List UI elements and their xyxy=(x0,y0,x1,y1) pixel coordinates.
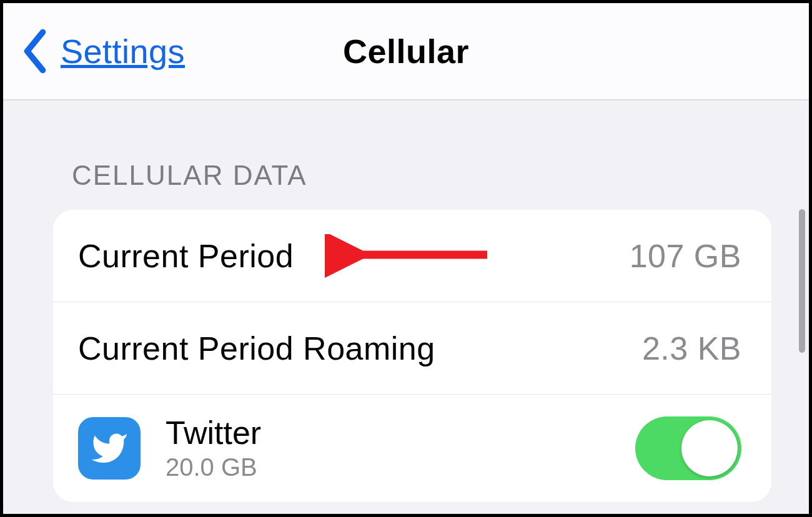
scrollbar-indicator xyxy=(799,209,805,353)
cellular-data-card: Current Period 107 GB Current Period Roa… xyxy=(53,210,771,502)
roaming-value: 2.3 KB xyxy=(642,330,741,367)
toggle-knob xyxy=(681,420,738,476)
twitter-app-name: Twitter xyxy=(166,415,635,451)
row-app-twitter[interactable]: Twitter 20.0 GB xyxy=(53,395,771,502)
row-current-period[interactable]: Current Period 107 GB xyxy=(53,210,771,302)
current-period-label: Current Period xyxy=(78,237,630,275)
section-header-cellular-data: CELLULAR DATA xyxy=(3,101,809,204)
twitter-toggle[interactable] xyxy=(635,416,741,480)
screen-frame: Settings Cellular CELLULAR DATA Current … xyxy=(0,0,812,517)
back-button[interactable]: Settings xyxy=(22,3,185,99)
back-label: Settings xyxy=(61,32,185,71)
navigation-bar: Settings Cellular xyxy=(3,3,809,101)
twitter-bird-icon xyxy=(90,429,129,468)
row-current-period-roaming[interactable]: Current Period Roaming 2.3 KB xyxy=(53,302,771,395)
current-period-value: 107 GB xyxy=(630,237,741,275)
content-area: CELLULAR DATA Current Period 107 GB Curr… xyxy=(3,101,809,502)
twitter-app-icon xyxy=(78,417,141,480)
roaming-label: Current Period Roaming xyxy=(78,330,642,367)
twitter-app-usage: 20.0 GB xyxy=(166,453,635,481)
chevron-left-icon xyxy=(22,29,48,74)
twitter-app-info: Twitter 20.0 GB xyxy=(166,415,635,481)
